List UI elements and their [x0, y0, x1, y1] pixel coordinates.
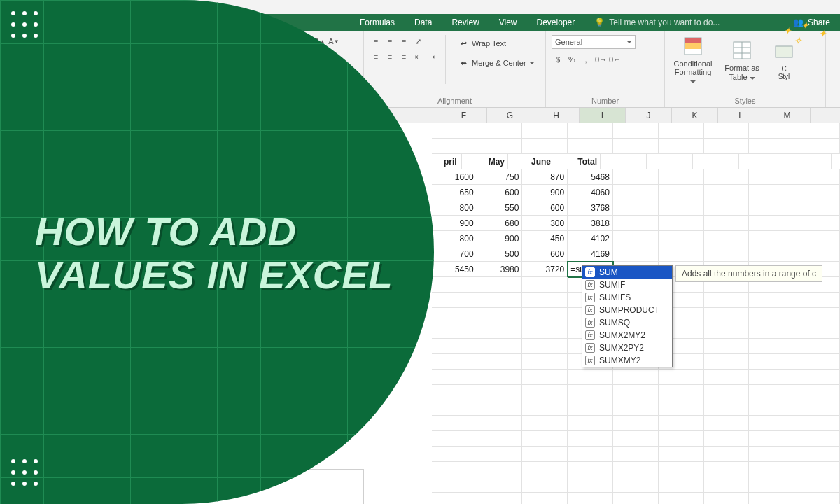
cell[interactable]: [704, 493, 750, 504]
cell[interactable]: [659, 431, 704, 447]
cell[interactable]: [785, 154, 832, 169]
cell[interactable]: [432, 385, 477, 400]
align-top-icon[interactable]: ≡: [370, 35, 382, 48]
cell[interactable]: [613, 169, 659, 185]
cell[interactable]: [432, 339, 477, 354]
cell[interactable]: [749, 416, 794, 431]
cell[interactable]: [613, 231, 659, 246]
cell[interactable]: [522, 416, 568, 431]
cell[interactable]: [794, 477, 840, 493]
cell[interactable]: [432, 323, 477, 339]
cell[interactable]: [794, 200, 840, 216]
cell[interactable]: [613, 477, 659, 493]
cell[interactable]: [749, 293, 794, 308]
cell[interactable]: [704, 477, 750, 493]
cell[interactable]: [477, 385, 523, 400]
cell[interactable]: [522, 493, 568, 504]
cell[interactable]: [568, 493, 613, 504]
cell[interactable]: [432, 293, 477, 308]
cell[interactable]: [432, 123, 477, 139]
cell-may[interactable]: 900: [477, 231, 523, 246]
cell[interactable]: [659, 400, 704, 416]
cell[interactable]: [568, 477, 613, 493]
cell-may[interactable]: 600: [477, 185, 523, 200]
cell[interactable]: [432, 277, 477, 293]
cell[interactable]: [568, 370, 613, 385]
cell[interactable]: [432, 139, 477, 154]
share-button[interactable]: 👥 Share: [783, 18, 840, 27]
cell[interactable]: [704, 447, 750, 462]
cell[interactable]: [613, 139, 659, 154]
cell-total[interactable]: 3818: [568, 216, 613, 231]
cell[interactable]: [432, 431, 477, 447]
cell[interactable]: [613, 185, 659, 200]
comma-format-icon[interactable]: ,: [580, 53, 592, 66]
cell[interactable]: [749, 308, 794, 323]
cell[interactable]: [794, 385, 840, 400]
cell[interactable]: [477, 477, 523, 493]
cell[interactable]: [432, 416, 477, 431]
cell[interactable]: [568, 431, 613, 447]
merge-center-button[interactable]: ⬌ Merge & Center: [453, 55, 540, 71]
cell[interactable]: [432, 354, 477, 370]
cell-may[interactable]: 550: [477, 200, 523, 216]
cell[interactable]: [522, 431, 568, 447]
cell[interactable]: [739, 154, 785, 169]
cell[interactable]: [477, 370, 523, 385]
cell[interactable]: [794, 123, 840, 139]
cell[interactable]: [704, 400, 750, 416]
cell[interactable]: [432, 493, 477, 504]
cell[interactable]: [659, 462, 704, 477]
cell[interactable]: [659, 447, 704, 462]
cell[interactable]: [749, 477, 794, 493]
col-header-G[interactable]: G: [487, 108, 533, 122]
cell[interactable]: [704, 185, 750, 200]
cell[interactable]: [704, 354, 750, 370]
cell[interactable]: [432, 462, 477, 477]
align-bottom-icon[interactable]: ≡: [398, 35, 410, 48]
percent-format-icon[interactable]: %: [566, 53, 578, 66]
cell[interactable]: [659, 370, 704, 385]
cell[interactable]: [613, 123, 659, 139]
cell[interactable]: [749, 354, 794, 370]
autocomplete-item-sumx2my2[interactable]: fxSUMX2MY2: [582, 329, 672, 342]
tell-me-search[interactable]: 💡 Tell me what you want to do...: [584, 18, 729, 27]
cell[interactable]: [568, 447, 613, 462]
align-middle-icon[interactable]: ≡: [384, 35, 396, 48]
autocomplete-item-sum[interactable]: fxSUM: [582, 266, 672, 279]
cell[interactable]: [704, 231, 750, 246]
cell[interactable]: [659, 477, 704, 493]
cell[interactable]: [704, 462, 750, 477]
cell-total[interactable]: 4102: [568, 231, 613, 246]
cell[interactable]: [613, 200, 659, 216]
cell-june[interactable]: 900: [522, 185, 568, 200]
cell[interactable]: [794, 462, 840, 477]
tab-data[interactable]: Data: [405, 18, 442, 27]
cell-total[interactable]: 5468: [568, 169, 613, 185]
cell-june[interactable]: 600: [522, 246, 568, 262]
cell[interactable]: [522, 323, 568, 339]
cell-styles-button[interactable]: CStyl: [769, 35, 799, 85]
align-left-icon[interactable]: ≡: [370, 50, 382, 63]
cell-june[interactable]: 3720: [522, 262, 568, 277]
cell[interactable]: [522, 277, 568, 293]
cell[interactable]: [477, 339, 523, 354]
cell[interactable]: [522, 123, 568, 139]
cell-june[interactable]: 450: [522, 231, 568, 246]
cell[interactable]: [749, 385, 794, 400]
decrease-decimal-icon[interactable]: .0←: [608, 53, 620, 66]
cell[interactable]: [477, 308, 523, 323]
decrease-font-icon[interactable]: A▼: [328, 35, 340, 48]
col-header-F[interactable]: F: [441, 108, 487, 122]
cell[interactable]: [613, 493, 659, 504]
cell[interactable]: [613, 246, 659, 262]
cell-may[interactable]: 3980: [477, 262, 523, 277]
cell[interactable]: [522, 308, 568, 323]
cell[interactable]: [749, 447, 794, 462]
col-header-J[interactable]: J: [626, 108, 672, 122]
cell[interactable]: [477, 493, 523, 504]
cell[interactable]: [704, 293, 750, 308]
cell[interactable]: [659, 493, 704, 504]
cell[interactable]: [749, 431, 794, 447]
cell[interactable]: [432, 308, 477, 323]
